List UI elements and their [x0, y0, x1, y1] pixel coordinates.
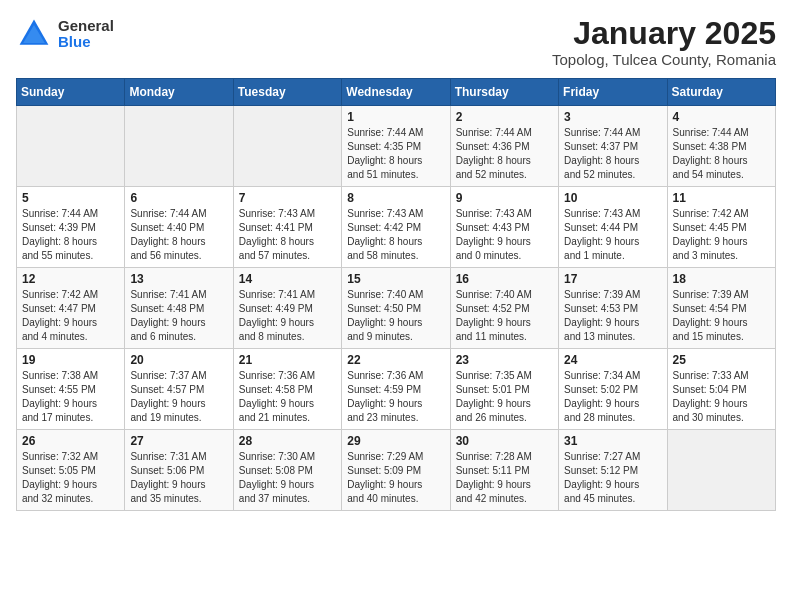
weekday-header-friday: Friday: [559, 79, 667, 106]
calendar-cell: 31Sunrise: 7:27 AM Sunset: 5:12 PM Dayli…: [559, 430, 667, 511]
calendar-cell: 26Sunrise: 7:32 AM Sunset: 5:05 PM Dayli…: [17, 430, 125, 511]
day-number: 8: [347, 191, 444, 205]
calendar-cell: [125, 106, 233, 187]
calendar-cell: 19Sunrise: 7:38 AM Sunset: 4:55 PM Dayli…: [17, 349, 125, 430]
day-number: 6: [130, 191, 227, 205]
day-info: Sunrise: 7:39 AM Sunset: 4:53 PM Dayligh…: [564, 288, 661, 344]
day-number: 29: [347, 434, 444, 448]
day-number: 28: [239, 434, 336, 448]
calendar-cell: 8Sunrise: 7:43 AM Sunset: 4:42 PM Daylig…: [342, 187, 450, 268]
day-number: 31: [564, 434, 661, 448]
calendar-cell: 4Sunrise: 7:44 AM Sunset: 4:38 PM Daylig…: [667, 106, 775, 187]
calendar-body: 1Sunrise: 7:44 AM Sunset: 4:35 PM Daylig…: [17, 106, 776, 511]
logo-text: General Blue: [58, 18, 114, 51]
day-info: Sunrise: 7:44 AM Sunset: 4:39 PM Dayligh…: [22, 207, 119, 263]
day-info: Sunrise: 7:42 AM Sunset: 4:47 PM Dayligh…: [22, 288, 119, 344]
day-info: Sunrise: 7:44 AM Sunset: 4:37 PM Dayligh…: [564, 126, 661, 182]
calendar-cell: [233, 106, 341, 187]
day-info: Sunrise: 7:33 AM Sunset: 5:04 PM Dayligh…: [673, 369, 770, 425]
calendar-cell: 17Sunrise: 7:39 AM Sunset: 4:53 PM Dayli…: [559, 268, 667, 349]
calendar-cell: 14Sunrise: 7:41 AM Sunset: 4:49 PM Dayli…: [233, 268, 341, 349]
day-info: Sunrise: 7:27 AM Sunset: 5:12 PM Dayligh…: [564, 450, 661, 506]
calendar-cell: 1Sunrise: 7:44 AM Sunset: 4:35 PM Daylig…: [342, 106, 450, 187]
logo: General Blue: [16, 16, 114, 52]
calendar-cell: 21Sunrise: 7:36 AM Sunset: 4:58 PM Dayli…: [233, 349, 341, 430]
day-number: 27: [130, 434, 227, 448]
day-number: 22: [347, 353, 444, 367]
calendar-cell: 7Sunrise: 7:43 AM Sunset: 4:41 PM Daylig…: [233, 187, 341, 268]
day-number: 17: [564, 272, 661, 286]
weekday-header-row: SundayMondayTuesdayWednesdayThursdayFrid…: [17, 79, 776, 106]
weekday-header-thursday: Thursday: [450, 79, 558, 106]
page-header: General Blue January 2025 Topolog, Tulce…: [16, 16, 776, 68]
calendar-week-1: 1Sunrise: 7:44 AM Sunset: 4:35 PM Daylig…: [17, 106, 776, 187]
calendar-cell: 10Sunrise: 7:43 AM Sunset: 4:44 PM Dayli…: [559, 187, 667, 268]
calendar-table: SundayMondayTuesdayWednesdayThursdayFrid…: [16, 78, 776, 511]
day-number: 21: [239, 353, 336, 367]
calendar-cell: 27Sunrise: 7:31 AM Sunset: 5:06 PM Dayli…: [125, 430, 233, 511]
day-info: Sunrise: 7:41 AM Sunset: 4:49 PM Dayligh…: [239, 288, 336, 344]
day-number: 4: [673, 110, 770, 124]
weekday-header-sunday: Sunday: [17, 79, 125, 106]
day-number: 19: [22, 353, 119, 367]
calendar-week-2: 5Sunrise: 7:44 AM Sunset: 4:39 PM Daylig…: [17, 187, 776, 268]
day-number: 16: [456, 272, 553, 286]
day-info: Sunrise: 7:37 AM Sunset: 4:57 PM Dayligh…: [130, 369, 227, 425]
day-info: Sunrise: 7:29 AM Sunset: 5:09 PM Dayligh…: [347, 450, 444, 506]
calendar-cell: 30Sunrise: 7:28 AM Sunset: 5:11 PM Dayli…: [450, 430, 558, 511]
calendar-cell: 12Sunrise: 7:42 AM Sunset: 4:47 PM Dayli…: [17, 268, 125, 349]
day-info: Sunrise: 7:43 AM Sunset: 4:43 PM Dayligh…: [456, 207, 553, 263]
day-number: 25: [673, 353, 770, 367]
day-number: 11: [673, 191, 770, 205]
day-info: Sunrise: 7:44 AM Sunset: 4:35 PM Dayligh…: [347, 126, 444, 182]
calendar-cell: 15Sunrise: 7:40 AM Sunset: 4:50 PM Dayli…: [342, 268, 450, 349]
day-info: Sunrise: 7:34 AM Sunset: 5:02 PM Dayligh…: [564, 369, 661, 425]
calendar-cell: 24Sunrise: 7:34 AM Sunset: 5:02 PM Dayli…: [559, 349, 667, 430]
day-info: Sunrise: 7:35 AM Sunset: 5:01 PM Dayligh…: [456, 369, 553, 425]
month-title: January 2025: [552, 16, 776, 51]
day-number: 30: [456, 434, 553, 448]
calendar-cell: 2Sunrise: 7:44 AM Sunset: 4:36 PM Daylig…: [450, 106, 558, 187]
calendar-cell: [667, 430, 775, 511]
day-info: Sunrise: 7:36 AM Sunset: 4:58 PM Dayligh…: [239, 369, 336, 425]
calendar-cell: 28Sunrise: 7:30 AM Sunset: 5:08 PM Dayli…: [233, 430, 341, 511]
day-number: 9: [456, 191, 553, 205]
day-number: 24: [564, 353, 661, 367]
weekday-header-wednesday: Wednesday: [342, 79, 450, 106]
day-number: 5: [22, 191, 119, 205]
logo-general-label: General: [58, 18, 114, 35]
calendar-cell: 23Sunrise: 7:35 AM Sunset: 5:01 PM Dayli…: [450, 349, 558, 430]
day-number: 3: [564, 110, 661, 124]
calendar-week-3: 12Sunrise: 7:42 AM Sunset: 4:47 PM Dayli…: [17, 268, 776, 349]
calendar-cell: 18Sunrise: 7:39 AM Sunset: 4:54 PM Dayli…: [667, 268, 775, 349]
day-info: Sunrise: 7:39 AM Sunset: 4:54 PM Dayligh…: [673, 288, 770, 344]
calendar-cell: 3Sunrise: 7:44 AM Sunset: 4:37 PM Daylig…: [559, 106, 667, 187]
calendar-cell: [17, 106, 125, 187]
calendar-cell: 20Sunrise: 7:37 AM Sunset: 4:57 PM Dayli…: [125, 349, 233, 430]
day-info: Sunrise: 7:40 AM Sunset: 4:50 PM Dayligh…: [347, 288, 444, 344]
day-info: Sunrise: 7:38 AM Sunset: 4:55 PM Dayligh…: [22, 369, 119, 425]
day-info: Sunrise: 7:43 AM Sunset: 4:44 PM Dayligh…: [564, 207, 661, 263]
calendar-cell: 5Sunrise: 7:44 AM Sunset: 4:39 PM Daylig…: [17, 187, 125, 268]
calendar-cell: 22Sunrise: 7:36 AM Sunset: 4:59 PM Dayli…: [342, 349, 450, 430]
weekday-header-monday: Monday: [125, 79, 233, 106]
day-info: Sunrise: 7:42 AM Sunset: 4:45 PM Dayligh…: [673, 207, 770, 263]
calendar-cell: 13Sunrise: 7:41 AM Sunset: 4:48 PM Dayli…: [125, 268, 233, 349]
day-number: 2: [456, 110, 553, 124]
day-number: 20: [130, 353, 227, 367]
calendar-week-4: 19Sunrise: 7:38 AM Sunset: 4:55 PM Dayli…: [17, 349, 776, 430]
day-number: 23: [456, 353, 553, 367]
logo-icon: [16, 16, 52, 52]
day-info: Sunrise: 7:41 AM Sunset: 4:48 PM Dayligh…: [130, 288, 227, 344]
day-number: 15: [347, 272, 444, 286]
day-number: 26: [22, 434, 119, 448]
day-info: Sunrise: 7:32 AM Sunset: 5:05 PM Dayligh…: [22, 450, 119, 506]
title-block: January 2025 Topolog, Tulcea County, Rom…: [552, 16, 776, 68]
day-number: 18: [673, 272, 770, 286]
day-info: Sunrise: 7:31 AM Sunset: 5:06 PM Dayligh…: [130, 450, 227, 506]
calendar-cell: 25Sunrise: 7:33 AM Sunset: 5:04 PM Dayli…: [667, 349, 775, 430]
day-info: Sunrise: 7:44 AM Sunset: 4:38 PM Dayligh…: [673, 126, 770, 182]
weekday-header-saturday: Saturday: [667, 79, 775, 106]
day-info: Sunrise: 7:30 AM Sunset: 5:08 PM Dayligh…: [239, 450, 336, 506]
day-info: Sunrise: 7:44 AM Sunset: 4:36 PM Dayligh…: [456, 126, 553, 182]
